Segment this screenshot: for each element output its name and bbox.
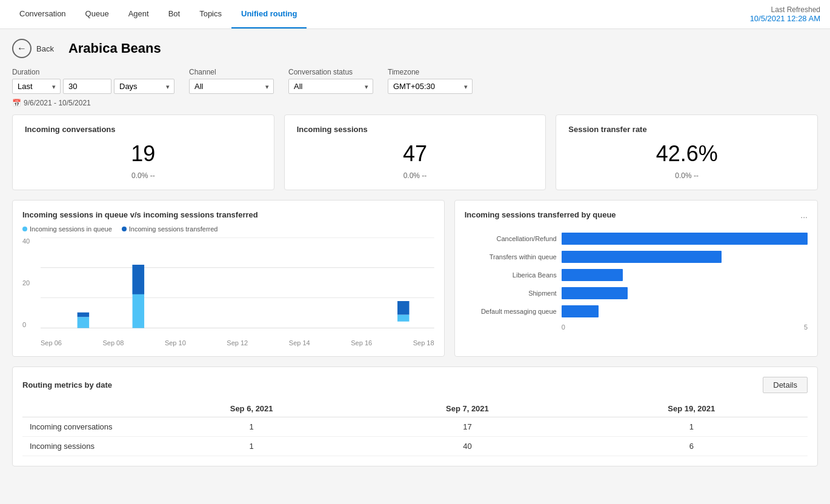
legend-transferred-dot [122, 227, 127, 231]
hbar-label-default: Default messaging queue [465, 308, 562, 315]
h-bar-chart: Cancellation/Refund Transfers within que… [465, 233, 808, 331]
row-sep19-conversations: 1 [576, 417, 808, 437]
channel-select[interactable]: All [189, 79, 274, 94]
more-icon[interactable]: ... [800, 210, 808, 220]
tab-agent[interactable]: Agent [119, 0, 159, 28]
legend-queue-label: Incoming sessions in queue [30, 225, 112, 233]
x-axis-5: 5 [804, 323, 808, 331]
hbar-label-liberica: Liberica Beans [465, 271, 562, 279]
x-label-sep18: Sep 18 [413, 339, 434, 346]
table-header-cols: Sep 6, 2021 Sep 7, 2021 Sep 19, 2021 [22, 400, 808, 417]
x-label-sep08: Sep 08 [102, 339, 124, 346]
tab-bot[interactable]: Bot [159, 0, 190, 28]
hbar-row-cancellation: Cancellation/Refund [465, 233, 808, 245]
hbar-track-liberica [562, 269, 808, 281]
hbar-track-shipment [562, 287, 808, 299]
kpi-session-transfer-rate-title: Session transfer rate [568, 125, 805, 134]
hbar-row-default: Default messaging queue [465, 305, 808, 317]
date-range: 📅 9/6/2021 - 10/5/2021 [12, 99, 818, 107]
x-label-sep12: Sep 12 [227, 339, 248, 346]
duration-unit-wrapper: Days [114, 79, 174, 94]
filters-row: Duration Last Days Channel All [12, 68, 818, 94]
conversation-status-filter: Conversation status All [288, 68, 373, 94]
kpi-incoming-conversations-value: 19 [25, 141, 262, 167]
chart-sessions-by-queue: Incoming sessions transferred by queue .… [454, 200, 818, 357]
tab-unified-routing[interactable]: Unified routing [231, 0, 307, 28]
table-row: Incoming conversations 1 17 1 [22, 417, 808, 437]
hbar-fill-cancellation [562, 233, 808, 245]
conversation-status-label: Conversation status [288, 68, 373, 76]
col-header-empty [22, 400, 144, 417]
duration-label: Duration [12, 68, 174, 76]
back-button[interactable]: ← [12, 39, 32, 58]
svg-rect-11 [397, 315, 409, 322]
kpi-incoming-sessions: Incoming sessions 47 0.0% -- [284, 114, 546, 190]
hbar-row-liberica: Liberica Beans [465, 269, 808, 281]
channel-select-wrapper: All [189, 79, 274, 94]
kpi-incoming-sessions-sub: 0.0% -- [297, 171, 534, 180]
hbar-fill-default [562, 305, 599, 317]
row-label-conversations: Incoming conversations [22, 417, 144, 437]
x-label-sep16: Sep 16 [351, 339, 372, 346]
y-label-20: 20 [22, 279, 30, 287]
duration-unit-select[interactable]: Days [114, 79, 174, 94]
routing-metrics-table-card: Routing metrics by date Details Sep 6, 2… [12, 366, 818, 466]
duration-value-input[interactable] [63, 79, 111, 94]
col-header-sep7: Sep 7, 2021 [359, 400, 575, 417]
svg-rect-10 [133, 265, 144, 294]
kpi-incoming-sessions-value: 47 [297, 141, 534, 167]
last-refreshed-label: Last Refreshed [750, 5, 820, 14]
kpi-incoming-conversations-title: Incoming conversations [25, 125, 262, 134]
chart-sessions-legend: Incoming sessions in queue Incoming sess… [22, 225, 434, 233]
timezone-select[interactable]: GMT+05:30 [388, 79, 473, 94]
details-button[interactable]: Details [763, 377, 808, 393]
col-header-sep6: Sep 6, 2021 [144, 400, 359, 417]
kpi-session-transfer-rate-value: 42.6% [568, 141, 805, 167]
row-sep19-sessions: 6 [576, 437, 808, 456]
timezone-label: Timezone [388, 68, 473, 76]
refresh-time-value: 10/5/2021 12:28 AM [750, 14, 820, 23]
svg-rect-12 [397, 301, 409, 315]
conversation-status-select[interactable]: All [288, 79, 373, 94]
x-label-sep06: Sep 06 [41, 339, 62, 346]
y-label-0: 0 [22, 321, 30, 328]
channel-label: Channel [189, 68, 274, 76]
chart-sessions-by-queue-title: Incoming sessions transferred by queue [465, 210, 616, 219]
tab-topics[interactable]: Topics [190, 0, 231, 28]
back-label[interactable]: Back [36, 44, 54, 53]
row-sep6-sessions: 1 [144, 437, 359, 456]
legend-transferred-label: Incoming sessions transferred [129, 225, 218, 233]
channel-filter: Channel All [189, 68, 274, 94]
kpi-incoming-conversations: Incoming conversations 19 0.0% -- [12, 114, 274, 190]
table-title: Routing metrics by date [22, 380, 112, 390]
row-sep6-conversations: 1 [144, 417, 359, 437]
timezone-wrapper: GMT+05:30 [388, 79, 473, 94]
hbar-fill-shipment [562, 287, 628, 299]
charts-row: Incoming sessions in queue v/s incoming … [12, 200, 818, 357]
x-label-sep10: Sep 10 [165, 339, 186, 346]
legend-queue: Incoming sessions in queue [22, 225, 112, 233]
row-sep7-conversations: 17 [359, 417, 575, 437]
hbar-track-default [562, 305, 808, 317]
chart-sessions-queue-title: Incoming sessions in queue v/s incoming … [22, 210, 434, 219]
hbar-label-transfers: Transfers within queue [465, 253, 562, 260]
duration-preset-select[interactable]: Last [12, 79, 61, 94]
kpi-session-transfer-rate-sub: 0.0% -- [568, 171, 805, 180]
sessions-chart-svg: 40 20 0 [41, 237, 434, 328]
last-refreshed: Last Refreshed 10/5/2021 12:28 AM [750, 5, 820, 23]
chart-sessions-queue: Incoming sessions in queue v/s incoming … [12, 200, 445, 357]
duration-preset-wrapper: Last [12, 79, 61, 94]
tab-queue[interactable]: Queue [76, 0, 119, 28]
kpi-incoming-sessions-title: Incoming sessions [297, 125, 534, 134]
legend-transferred: Incoming sessions transferred [122, 225, 218, 233]
conversation-status-wrapper: All [288, 79, 373, 94]
nav-tabs: Conversation Queue Agent Bot Topics Unif… [10, 0, 307, 28]
back-bar: ← Back Arabica Beans [12, 39, 818, 58]
hbar-row-shipment: Shipment [465, 287, 808, 299]
table-header-row: Routing metrics by date Details [22, 377, 808, 393]
kpi-row: Incoming conversations 19 0.0% -- Incomi… [12, 114, 818, 190]
top-nav: Conversation Queue Agent Bot Topics Unif… [0, 0, 830, 29]
hbar-row-transfers: Transfers within queue [465, 251, 808, 263]
tab-conversation[interactable]: Conversation [10, 0, 76, 28]
kpi-incoming-conversations-sub: 0.0% -- [25, 171, 262, 180]
